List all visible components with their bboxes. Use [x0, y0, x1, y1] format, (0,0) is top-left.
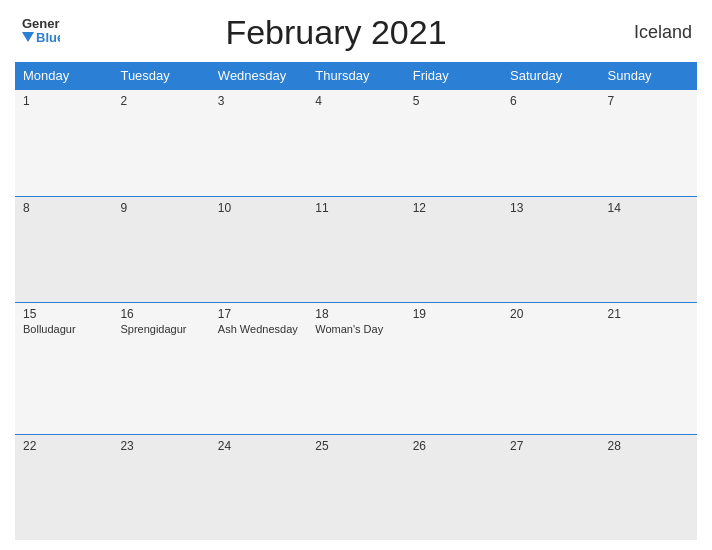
day-number: 10 [218, 201, 299, 215]
day-cell-5: 5 [405, 90, 502, 197]
day-number: 5 [413, 94, 494, 108]
days-header-row: Monday Tuesday Wednesday Thursday Friday… [15, 62, 697, 90]
day-cell-10: 10 [210, 196, 307, 303]
logo: General Blue [20, 10, 60, 54]
day-cell-24: 24 [210, 434, 307, 540]
header-tuesday: Tuesday [112, 62, 209, 90]
day-cell-18: 18Woman's Day [307, 303, 404, 435]
day-number: 3 [218, 94, 299, 108]
day-number: 9 [120, 201, 201, 215]
day-number: 24 [218, 439, 299, 453]
day-number: 14 [608, 201, 689, 215]
country-label: Iceland [612, 22, 692, 43]
day-cell-15: 15Bolludagur [15, 303, 112, 435]
day-number: 23 [120, 439, 201, 453]
day-cell-28: 28 [600, 434, 697, 540]
day-cell-23: 23 [112, 434, 209, 540]
day-cell-14: 14 [600, 196, 697, 303]
header-monday: Monday [15, 62, 112, 90]
day-number: 1 [23, 94, 104, 108]
calendar-table: Monday Tuesday Wednesday Thursday Friday… [15, 62, 697, 540]
day-cell-3: 3 [210, 90, 307, 197]
day-number: 7 [608, 94, 689, 108]
day-event: Woman's Day [315, 323, 396, 335]
day-cell-13: 13 [502, 196, 599, 303]
day-cell-6: 6 [502, 90, 599, 197]
day-number: 13 [510, 201, 591, 215]
day-cell-17: 17Ash Wednesday [210, 303, 307, 435]
day-cell-26: 26 [405, 434, 502, 540]
svg-marker-1 [22, 32, 34, 42]
day-cell-16: 16Sprengidagur [112, 303, 209, 435]
day-number: 28 [608, 439, 689, 453]
day-event: Sprengidagur [120, 323, 201, 335]
day-number: 26 [413, 439, 494, 453]
day-number: 2 [120, 94, 201, 108]
header-saturday: Saturday [502, 62, 599, 90]
day-cell-12: 12 [405, 196, 502, 303]
day-number: 16 [120, 307, 201, 321]
header-sunday: Sunday [600, 62, 697, 90]
day-number: 11 [315, 201, 396, 215]
day-number: 21 [608, 307, 689, 321]
header-friday: Friday [405, 62, 502, 90]
day-cell-2: 2 [112, 90, 209, 197]
logo-icon: General Blue [20, 10, 60, 54]
day-event: Bolludagur [23, 323, 104, 335]
header-thursday: Thursday [307, 62, 404, 90]
day-number: 8 [23, 201, 104, 215]
day-cell-4: 4 [307, 90, 404, 197]
day-number: 19 [413, 307, 494, 321]
day-cell-22: 22 [15, 434, 112, 540]
calendar-wrapper: General Blue February 2021 Iceland Monda… [0, 0, 712, 550]
calendar-header: General Blue February 2021 Iceland [15, 10, 697, 54]
day-number: 12 [413, 201, 494, 215]
week-row-1: 1234567 [15, 90, 697, 197]
day-number: 15 [23, 307, 104, 321]
day-number: 20 [510, 307, 591, 321]
svg-text:Blue: Blue [36, 30, 60, 45]
day-cell-1: 1 [15, 90, 112, 197]
day-cell-9: 9 [112, 196, 209, 303]
day-cell-11: 11 [307, 196, 404, 303]
day-cell-25: 25 [307, 434, 404, 540]
day-number: 22 [23, 439, 104, 453]
day-number: 4 [315, 94, 396, 108]
week-row-3: 15Bolludagur16Sprengidagur17Ash Wednesda… [15, 303, 697, 435]
day-number: 25 [315, 439, 396, 453]
day-cell-20: 20 [502, 303, 599, 435]
day-event: Ash Wednesday [218, 323, 299, 335]
header-wednesday: Wednesday [210, 62, 307, 90]
day-cell-27: 27 [502, 434, 599, 540]
svg-text:General: General [22, 16, 60, 31]
week-row-4: 22232425262728 [15, 434, 697, 540]
day-number: 6 [510, 94, 591, 108]
day-number: 17 [218, 307, 299, 321]
day-number: 18 [315, 307, 396, 321]
day-cell-21: 21 [600, 303, 697, 435]
day-cell-8: 8 [15, 196, 112, 303]
week-row-2: 891011121314 [15, 196, 697, 303]
day-cell-7: 7 [600, 90, 697, 197]
day-number: 27 [510, 439, 591, 453]
day-cell-19: 19 [405, 303, 502, 435]
calendar-title: February 2021 [60, 13, 612, 52]
